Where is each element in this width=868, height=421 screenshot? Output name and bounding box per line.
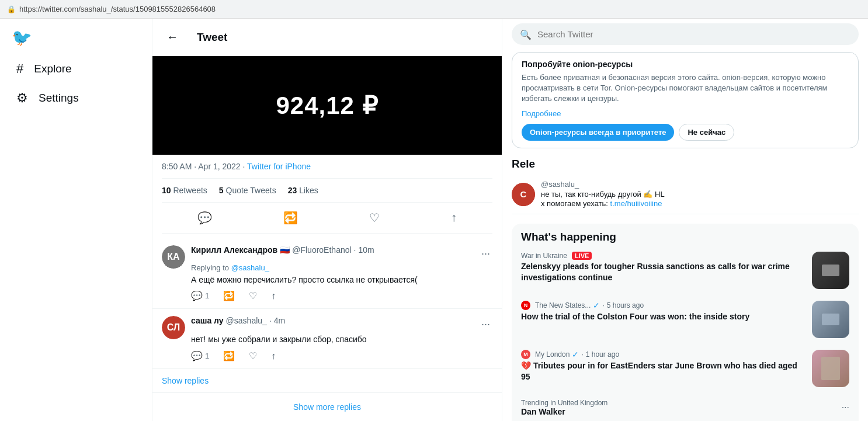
reply-action-button[interactable]: 💬 bbox=[188, 205, 221, 231]
reply-2-more-button[interactable]: ··· bbox=[479, 316, 492, 333]
reply-2-actions: 💬 1 🔁 ♡ ↑ bbox=[191, 350, 492, 361]
reply-1-time: 10m bbox=[359, 245, 374, 255]
share-icon-2: ↑ bbox=[271, 351, 276, 361]
reply-item-2: СЛ саша лу @sashalu_ · 4m ··· нет! мы уж… bbox=[152, 309, 502, 369]
tweet-actions: 💬 🔁 ♡ ↑ bbox=[162, 203, 492, 234]
related-section-title: Rele bbox=[512, 158, 859, 171]
reply-1-more-button[interactable]: ··· bbox=[479, 245, 492, 262]
colston-separator: · bbox=[602, 301, 604, 309]
onion-learn-more-link[interactable]: Подробнее bbox=[522, 109, 849, 118]
related-user-bio-link[interactable]: t.me/huiiivoiiine bbox=[610, 199, 662, 208]
like-icon-small: ♡ bbox=[249, 290, 257, 301]
share-action-button[interactable]: ↑ bbox=[442, 205, 466, 231]
reply-2-like-button[interactable]: ♡ bbox=[249, 350, 257, 361]
wh-item-eastenders-headline: 💔 Tributes pour in for EastEnders star J… bbox=[521, 360, 806, 381]
share-icon: ↑ bbox=[451, 211, 457, 224]
retweet-icon-2: 🔁 bbox=[223, 350, 235, 361]
sidebar: 🐦 # Explore ⚙ Settings bbox=[0, 19, 152, 421]
whats-happening-title: What's happening bbox=[512, 231, 859, 243]
reply-2-avatar: СЛ bbox=[162, 316, 185, 339]
reply-2-avatar-img: СЛ bbox=[162, 316, 185, 339]
trending-more-options-button[interactable]: ··· bbox=[842, 402, 849, 413]
share-icon-small: ↑ bbox=[271, 291, 276, 301]
like-icon-2: ♡ bbox=[249, 350, 257, 361]
like-action-button[interactable]: ♡ bbox=[360, 205, 389, 231]
wh-item-ukraine[interactable]: War in Ukraine LIVE Zelenskyy pleads for… bbox=[512, 246, 859, 295]
reply-1-replying-to: Replying to @sashalu_ bbox=[191, 263, 492, 272]
show-replies-button[interactable]: Show replies bbox=[152, 369, 502, 392]
search-icon: 🔍 bbox=[520, 29, 532, 40]
comment-icon-2: 💬 bbox=[191, 350, 203, 361]
reply-1-text: А ещё можно перечислить? просто ссылка н… bbox=[191, 274, 492, 286]
reply-1-retweet-button[interactable]: 🔁 bbox=[223, 290, 235, 301]
reply-1-share-button[interactable]: ↑ bbox=[271, 290, 276, 301]
wh-item-ukraine-headline: Zelenskyy pleads for tougher Russia sanc… bbox=[521, 261, 806, 282]
sidebar-item-explore[interactable]: # Explore bbox=[5, 55, 147, 82]
tweet-source-link[interactable]: Twitter for iPhone bbox=[247, 162, 311, 171]
retweet-icon: 🔁 bbox=[283, 211, 298, 224]
retweet-action-button[interactable]: 🔁 bbox=[274, 205, 307, 231]
quote-tweets-stat[interactable]: 5 Quote Tweets bbox=[219, 186, 276, 195]
browser-url: https://twitter.com/sashalu_/status/1509… bbox=[19, 5, 216, 13]
sidebar-item-settings[interactable]: ⚙ Settings bbox=[5, 85, 147, 112]
wh-item-ukraine-thumbnail bbox=[812, 252, 849, 289]
wh-item-colston[interactable]: N The New States... ✓ · 5 hours ago How … bbox=[512, 295, 859, 344]
reply-2-header: саша лу @sashalu_ · 4m ··· bbox=[191, 316, 492, 333]
related-user-bio: не ты, так кто-нибудь другой ✍ HL х помо… bbox=[541, 190, 859, 210]
onion-priority-button[interactable]: Onion-ресурсы всегда в приоритете bbox=[522, 124, 674, 141]
quote-tweets-count: 5 bbox=[219, 186, 224, 195]
reply-1-comment-count: 1 bbox=[205, 291, 209, 300]
tweet-page-title: Tweet bbox=[197, 31, 227, 44]
reply-1-handle[interactable]: @FluoroEthanol bbox=[292, 245, 351, 255]
reply-item-1: КА Кирилл Александров 🇷🇺 @FluoroEthanol … bbox=[152, 238, 502, 309]
reply-2-name: саша лу bbox=[191, 316, 224, 325]
wh-item-ukraine-body: War in Ukraine LIVE Zelenskyy pleads for… bbox=[521, 252, 806, 289]
onion-dismiss-button[interactable]: Не сейчас bbox=[679, 124, 734, 141]
reply-2-time: 4m bbox=[274, 316, 285, 325]
wh-item-eastenders[interactable]: M My London ✓ · 1 hour ago 💔 Tributes po… bbox=[512, 344, 859, 393]
related-user-avatar-img: С bbox=[512, 183, 535, 206]
reply-1-header: Кирилл Александров 🇷🇺 @FluoroEthanol · 1… bbox=[191, 245, 492, 262]
tweet-meta: 8:50 AM · Apr 1, 2022 · Twitter for iPho… bbox=[152, 155, 502, 238]
reply-2-share-button[interactable]: ↑ bbox=[271, 350, 276, 361]
wh-item-colston-headline: How the trial of the Colston Four was wo… bbox=[521, 311, 806, 322]
related-user-card: С @sashalu_ не ты, так кто-нибудь другой… bbox=[512, 175, 859, 215]
sidebar-logo[interactable]: 🐦 bbox=[0, 23, 152, 52]
reply-1-replying-to-link[interactable]: @sashalu_ bbox=[231, 263, 269, 272]
reply-2-comment-button[interactable]: 💬 1 bbox=[191, 350, 209, 361]
retweets-count: 10 bbox=[162, 186, 171, 195]
back-button[interactable]: ← bbox=[162, 26, 183, 48]
trending-dan-walker[interactable]: Trending in United Kingdom Dan Walker ··… bbox=[512, 393, 859, 421]
right-sidebar: 🔍 Попробуйте onion-ресурсы Есть более пр… bbox=[502, 19, 868, 421]
reply-1-avatar: КА bbox=[162, 245, 185, 269]
related-user-handle[interactable]: @sashalu_ bbox=[541, 180, 859, 189]
quote-tweets-label: Quote Tweets bbox=[226, 186, 276, 195]
wh-item-colston-body: N The New States... ✓ · 5 hours ago How … bbox=[521, 301, 806, 338]
trending-name: Dan Walker bbox=[521, 407, 607, 416]
reply-1-avatar-img: КА bbox=[162, 245, 185, 269]
show-more-replies-button[interactable]: Show more replies bbox=[152, 392, 502, 421]
reply-icon: 💬 bbox=[197, 211, 212, 224]
reply-1-like-button[interactable]: ♡ bbox=[249, 290, 257, 301]
reply-2-text: нет! мы уже собрали и закрыли сбор, спас… bbox=[191, 334, 492, 346]
retweets-stat[interactable]: 10 Retweets bbox=[162, 186, 207, 195]
likes-stat[interactable]: 23 Likes bbox=[288, 186, 318, 195]
retweets-label: Retweets bbox=[173, 186, 207, 195]
reply-1-name: Кирилл Александров bbox=[191, 245, 277, 255]
onion-title: Попробуйте onion-ресурсы bbox=[522, 60, 849, 69]
reply-2-handle[interactable]: @sashalu_ bbox=[226, 316, 267, 325]
settings-icon: ⚙ bbox=[16, 91, 28, 106]
reply-2-retweet-button[interactable]: 🔁 bbox=[223, 350, 235, 361]
app-wrapper: 🐦 # Explore ⚙ Settings ← Tweet 924,12 ₽ … bbox=[0, 19, 868, 421]
reply-1-body: Кирилл Александров 🇷🇺 @FluoroEthanol · 1… bbox=[191, 245, 492, 302]
wh-item-colston-category: N The New States... ✓ · 5 hours ago bbox=[521, 301, 806, 310]
comment-icon: 💬 bbox=[191, 290, 203, 301]
reply-1-comment-button[interactable]: 💬 1 bbox=[191, 290, 209, 301]
reply-2-user-info: саша лу @sashalu_ · 4m bbox=[191, 316, 285, 325]
wh-item-eastenders-thumbnail bbox=[812, 350, 849, 387]
onion-buttons: Onion-ресурсы всегда в приоритете Не сей… bbox=[522, 124, 849, 141]
search-input[interactable] bbox=[512, 23, 859, 45]
sidebar-item-settings-label: Settings bbox=[39, 92, 79, 105]
reply-2-body: саша лу @sashalu_ · 4m ··· нет! мы уже с… bbox=[191, 316, 492, 361]
reply-1-user-info: Кирилл Александров 🇷🇺 @FluoroEthanol · 1… bbox=[191, 245, 374, 255]
